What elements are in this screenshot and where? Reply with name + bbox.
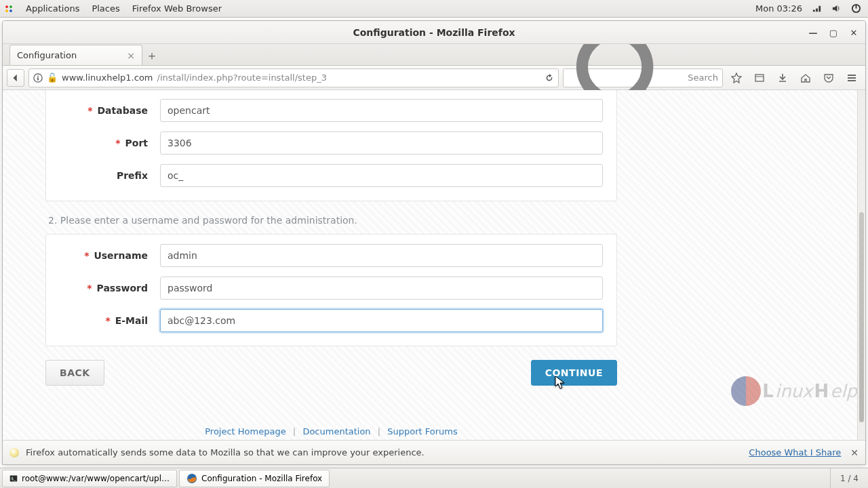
scrollbar-thumb[interactable] bbox=[859, 212, 864, 422]
back-button-form[interactable]: BACK bbox=[45, 360, 104, 386]
workspace-indicator[interactable]: 1 / 4 bbox=[830, 468, 868, 488]
home-icon[interactable] bbox=[796, 68, 815, 87]
svg-rect-1 bbox=[856, 4, 857, 9]
db-panel: * Database * Port Prefix bbox=[45, 90, 617, 201]
terminal-icon: $_ bbox=[9, 473, 18, 484]
clock[interactable]: Mon 03:26 bbox=[755, 3, 802, 14]
notification-close-icon[interactable]: ✕ bbox=[850, 447, 859, 458]
port-label: * Port bbox=[60, 138, 148, 148]
password-input[interactable] bbox=[160, 277, 603, 300]
task-terminal-label: root@www:/var/www/opencart/upl… bbox=[22, 474, 170, 483]
gnome-task-panel: $_ root@www:/var/www/opencart/upl… Confi… bbox=[0, 468, 868, 488]
power-icon[interactable] bbox=[851, 3, 861, 14]
activities-icon bbox=[4, 4, 14, 14]
firefox-icon bbox=[186, 473, 197, 484]
prefix-input[interactable] bbox=[160, 164, 603, 187]
window-title: Configuration - Mozilla Firefox bbox=[353, 27, 515, 38]
port-input[interactable] bbox=[160, 131, 603, 155]
window-titlebar[interactable]: Configuration - Mozilla Firefox — ▢ ✕ bbox=[3, 21, 865, 44]
username-label: * Username bbox=[60, 250, 148, 261]
minimize-button[interactable]: — bbox=[806, 25, 821, 40]
reload-icon[interactable] bbox=[545, 73, 554, 83]
url-bar[interactable]: 🔓 www.linuxhelp1.com/install/index.php?r… bbox=[28, 68, 559, 87]
search-placeholder: Search bbox=[688, 73, 718, 83]
task-terminal[interactable]: $_ root@www:/var/www/opencart/upl… bbox=[2, 470, 177, 487]
downloads-icon[interactable] bbox=[773, 68, 792, 87]
project-homepage-link[interactable]: Project Homepage bbox=[205, 426, 285, 436]
applications-menu[interactable]: Applications bbox=[26, 3, 79, 14]
bookmark-star-icon[interactable] bbox=[727, 68, 746, 87]
svg-rect-7 bbox=[755, 75, 764, 81]
gnome-top-panel: Applications Places Firefox Web Browser … bbox=[0, 0, 868, 18]
page-viewport: * Database * Port Prefix 2. Please enter… bbox=[3, 90, 865, 440]
info-icon[interactable] bbox=[33, 73, 43, 83]
password-label: * Password bbox=[60, 283, 148, 293]
email-label: * E-Mail bbox=[60, 315, 148, 326]
task-firefox[interactable]: Configuration - Mozilla Firefox bbox=[179, 470, 330, 487]
url-host: www.linuxhelp1.com bbox=[62, 73, 153, 83]
maximize-button[interactable]: ▢ bbox=[826, 25, 841, 40]
bulb-icon bbox=[9, 448, 19, 458]
search-bar[interactable]: Search bbox=[563, 68, 723, 87]
firefox-window: Configuration - Mozilla Firefox — ▢ ✕ Co… bbox=[2, 20, 866, 465]
continue-button[interactable]: CONTINUE bbox=[531, 360, 617, 386]
tab-title: Configuration bbox=[17, 50, 77, 60]
browser-tab[interactable]: Configuration × bbox=[9, 45, 142, 65]
choose-share-link[interactable]: Choose What I Share bbox=[749, 447, 841, 458]
svg-text:$_: $_ bbox=[11, 476, 16, 481]
volume-icon[interactable] bbox=[831, 3, 842, 14]
database-label: * Database bbox=[60, 105, 148, 116]
svg-rect-4 bbox=[37, 77, 39, 80]
database-input[interactable] bbox=[160, 99, 603, 122]
new-tab-button[interactable]: ＋ bbox=[142, 46, 161, 65]
network-icon[interactable] bbox=[812, 3, 822, 14]
task-firefox-label: Configuration - Mozilla Firefox bbox=[201, 474, 322, 483]
current-app-label[interactable]: Firefox Web Browser bbox=[132, 3, 222, 14]
username-input[interactable] bbox=[160, 244, 603, 267]
notification-text: Firefox automatically sends some data to… bbox=[26, 447, 425, 458]
pocket-icon[interactable] bbox=[819, 68, 838, 87]
documentation-link[interactable]: Documentation bbox=[302, 426, 370, 436]
email-input[interactable] bbox=[160, 309, 603, 332]
places-menu[interactable]: Places bbox=[92, 3, 119, 14]
viewport-scrollbar[interactable] bbox=[857, 90, 865, 440]
admin-section-heading: 2. Please enter a username and password … bbox=[48, 215, 617, 226]
svg-point-3 bbox=[37, 75, 39, 77]
library-icon[interactable] bbox=[750, 68, 769, 87]
tab-close-icon[interactable]: × bbox=[127, 50, 135, 61]
support-forums-link[interactable]: Support Forums bbox=[387, 426, 458, 436]
url-path: /install/index.php?route=install/step_3 bbox=[157, 73, 327, 83]
footer-links: Project Homepage | Documentation | Suppo… bbox=[45, 426, 617, 436]
tab-strip: Configuration × ＋ bbox=[3, 44, 865, 66]
back-button[interactable] bbox=[7, 69, 24, 87]
insecure-icon: 🔓 bbox=[47, 73, 58, 83]
hamburger-menu-icon[interactable] bbox=[842, 68, 861, 87]
firefox-notification-bar: Firefox automatically sends some data to… bbox=[3, 440, 865, 464]
admin-panel: * Username * Password * E-Mail bbox=[45, 234, 617, 346]
prefix-label: Prefix bbox=[60, 170, 148, 181]
close-window-button[interactable]: ✕ bbox=[846, 25, 861, 40]
nav-toolbar: 🔓 www.linuxhelp1.com/install/index.php?r… bbox=[3, 66, 865, 90]
